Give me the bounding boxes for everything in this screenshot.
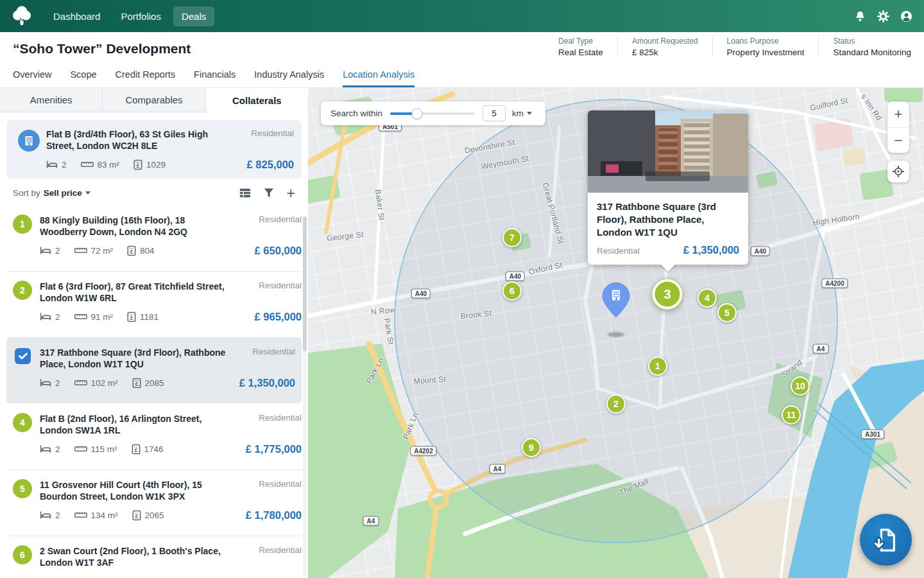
building-avatar-icon <box>18 130 40 152</box>
item-price: £ 965,000 <box>255 311 302 323</box>
beds-icon <box>40 313 51 320</box>
road-badge-A40: A40 <box>751 247 770 256</box>
table-view-icon[interactable] <box>239 188 251 198</box>
beds-icon <box>40 379 51 387</box>
location-map[interactable]: Devonshire StWeymouth StGreat Portland S… <box>308 88 924 578</box>
area-ruler-icon <box>74 512 87 518</box>
add-collateral-button[interactable]: + <box>287 188 295 199</box>
featured-type: Residential <box>251 128 294 152</box>
map-marker-6[interactable]: 6 <box>502 281 522 301</box>
map-marker-3[interactable]: 3 <box>653 279 683 310</box>
item-number-badge: 2 <box>13 281 32 300</box>
page-title: “Soho Tower” Development <box>13 32 191 66</box>
tab-location-analysis[interactable]: Location Analysis <box>343 64 415 87</box>
beds-icon <box>40 247 51 254</box>
search-within-label: Search within <box>330 109 382 118</box>
item-number-badge: 5 <box>13 479 32 498</box>
rate-doc-icon <box>132 444 141 455</box>
zoom-in-button[interactable]: + <box>887 101 909 127</box>
road-badge-A40: A40 <box>411 289 431 299</box>
sub-tabs: Amenities Comparables Collaterals <box>0 88 308 112</box>
road-badge-A4202: A4202 <box>410 446 436 456</box>
map-zoom-control: + − <box>887 101 909 153</box>
rate-doc-icon <box>132 378 141 389</box>
deal-meta-amount-requested: Amount Requested £ 825k <box>617 37 712 57</box>
radius-slider[interactable] <box>390 108 475 119</box>
list-item-5[interactable]: 5 11 Grosvenor Hill Court (4th Floor), 1… <box>0 469 308 536</box>
search-within-control: Search within 5 km <box>321 101 545 125</box>
subtab-amenities[interactable]: Amenities <box>0 88 103 112</box>
nav-item-deals[interactable]: Deals <box>173 6 214 26</box>
beds-icon <box>40 445 51 453</box>
area-ruler-icon <box>74 380 87 386</box>
subject-property-pin-icon[interactable] <box>602 282 630 320</box>
locate-button[interactable] <box>887 161 909 182</box>
area-ruler-icon <box>74 247 87 254</box>
featured-collateral-card[interactable]: Flat B (3rd/4th Floor), 63 St Giles High… <box>6 120 302 179</box>
tab-overview[interactable]: Overview <box>13 64 51 87</box>
map-marker-9[interactable]: 9 <box>522 438 541 457</box>
tab-industry-analysis[interactable]: Industry Analysis <box>254 64 324 87</box>
map-marker-1[interactable]: 1 <box>648 356 667 376</box>
popup-type: Residential <box>597 246 640 256</box>
zoom-out-button[interactable]: − <box>887 127 909 153</box>
property-popup[interactable]: 317 Rathbone Square (3rd Floor), Rathbon… <box>588 110 748 265</box>
road-badge-A4: A4 <box>813 344 829 354</box>
list-item-4[interactable]: 4 Flat B (2nd Floor), 16 Arlington Stree… <box>0 403 308 469</box>
list-item-3-selected[interactable]: 317 Rathbone Square (3rd Floor), Rathbon… <box>6 337 302 403</box>
user-avatar-icon[interactable] <box>900 10 912 22</box>
check-icon <box>19 353 28 360</box>
popup-pointer <box>660 264 676 272</box>
list-item-6[interactable]: 6 2 Swan Court (2nd Floor), 1 Booth's Pl… <box>0 536 308 578</box>
chevron-down-icon <box>85 191 90 195</box>
tab-credit-reports[interactable]: Credit Reports <box>116 64 175 87</box>
beds-icon <box>40 511 51 519</box>
radius-value-input[interactable]: 5 <box>483 105 506 121</box>
tab-scope[interactable]: Scope <box>70 64 96 87</box>
slider-handle[interactable] <box>412 108 423 119</box>
map-marker-11[interactable]: 11 <box>782 405 801 425</box>
map-marker-2[interactable]: 2 <box>606 394 626 414</box>
beds-icon <box>46 161 58 168</box>
chevron-down-icon <box>527 112 532 115</box>
rate-doc-icon <box>133 159 142 170</box>
document-download-icon <box>874 527 898 554</box>
map-marker-5[interactable]: 5 <box>717 303 737 322</box>
sort-dropdown[interactable]: Sell price <box>44 188 90 198</box>
item-price: £ 1,350,000 <box>239 377 295 389</box>
pin-shadow <box>608 332 624 337</box>
sort-label: Sort by <box>13 188 40 198</box>
deal-meta-loans-purpose: Loans Purpose Property Investment <box>712 37 819 57</box>
road-badge-A4200: A4200 <box>821 279 848 288</box>
item-price: £ 1,780,000 <box>246 509 302 521</box>
notifications-bell-icon[interactable] <box>854 10 866 22</box>
map-marker-4[interactable]: 4 <box>697 288 717 308</box>
subtab-collaterals[interactable]: Collaterals <box>206 88 308 112</box>
collaterals-panel: Amenities Comparables Collaterals Flat B… <box>0 88 308 578</box>
list-scrollbar[interactable] <box>303 216 307 576</box>
selected-checkbox[interactable] <box>15 348 31 364</box>
rate-doc-icon <box>127 245 136 256</box>
nav-item-portfolios[interactable]: Portfolios <box>112 6 169 26</box>
app-logo-tree-icon[interactable] <box>10 4 33 28</box>
map-marker-10[interactable]: 10 <box>791 376 810 396</box>
featured-price: £ 825,000 <box>247 159 294 171</box>
item-number-badge: 1 <box>13 215 32 234</box>
list-item-1[interactable]: 1 88 Kingly Building (16th Floor), 18 Wo… <box>0 205 308 271</box>
export-report-fab[interactable] <box>860 514 912 566</box>
item-price: £ 650,000 <box>255 245 302 257</box>
road-badge-A4: A4 <box>490 464 506 474</box>
top-navbar: Dashboard Portfolios Deals <box>0 0 924 32</box>
radius-unit-dropdown[interactable]: km <box>512 109 532 118</box>
popup-title: 317 Rathbone Square (3rd Floor), Rathbon… <box>597 200 739 238</box>
map-marker-7[interactable]: 7 <box>502 228 522 247</box>
rate-doc-icon <box>127 311 136 322</box>
page-header: “Soho Tower” Development Deal Type Real … <box>0 32 924 64</box>
subtab-comparables[interactable]: Comparables <box>103 88 205 112</box>
settings-gear-icon[interactable] <box>877 10 889 22</box>
tab-financials[interactable]: Financials <box>194 64 235 87</box>
list-item-2[interactable]: 2 Flat 6 (3rd Floor), 87 Great Titchfiel… <box>0 271 308 337</box>
nav-item-dashboard[interactable]: Dashboard <box>45 6 108 26</box>
sort-row: Sort by Sell price + <box>0 188 308 205</box>
filter-funnel-icon[interactable] <box>263 188 275 198</box>
